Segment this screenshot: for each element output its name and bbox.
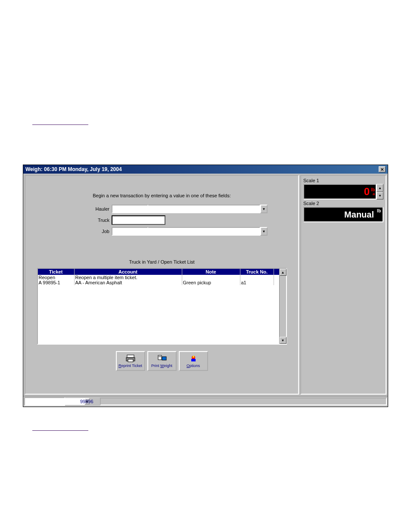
main-panel: Begin a new transaction by entering a va… (25, 175, 299, 395)
svg-rect-4 (162, 357, 166, 360)
hauler-label: Hauler (86, 206, 109, 212)
status-number: 99896 (80, 399, 93, 404)
scroll-up-button[interactable]: ▲ (280, 269, 286, 276)
reprint-ticket-button[interactable]: Reprint Ticket (116, 351, 145, 371)
column-note[interactable]: Note (182, 269, 240, 275)
status-dropdown-input[interactable] (25, 398, 84, 405)
scale2-display: Manual lb (303, 207, 383, 222)
cell-note (182, 275, 240, 280)
table-row[interactable]: ReopenReopen a multiple item ticket. (38, 275, 286, 280)
scale2-unit: lb (377, 208, 381, 213)
job-desc-input[interactable] (148, 227, 260, 236)
status-dropdown[interactable]: ▼ (24, 397, 65, 406)
triangle-up-icon: ▲ (378, 186, 382, 190)
svg-rect-0 (127, 355, 134, 358)
print-weight-label: Print Weight (151, 364, 172, 368)
cell-note: Green pickup (182, 280, 240, 285)
scale1-value: 0 (364, 186, 370, 198)
hauler-desc-input[interactable] (148, 205, 260, 213)
scale2-value: Manual (344, 210, 374, 220)
svg-rect-2 (128, 359, 133, 362)
table-row[interactable]: A 99895-1AA - American AsphaltGreen pick… (38, 280, 286, 285)
svg-rect-3 (158, 355, 162, 360)
instruction-text: Begin a new transaction by entering a va… (30, 193, 294, 198)
triangle-down-icon: ▼ (378, 194, 382, 198)
job-code-input[interactable] (112, 227, 148, 236)
hauler-code-input[interactable] (112, 205, 148, 213)
ticket-list-title: Truck in Yard / Open Ticket List (30, 259, 294, 264)
scale1-label: Scale 1 (303, 178, 383, 183)
grid-header: Ticket Account Note Truck No. (38, 269, 286, 275)
column-truckno[interactable]: Truck No. (240, 269, 274, 275)
truck-input[interactable] (112, 215, 165, 225)
options-icon (188, 354, 199, 363)
hauler-dropdown-button[interactable]: ▼ (260, 205, 268, 213)
scale1-a-indicator: a (371, 192, 375, 196)
section-divider-top (32, 124, 88, 125)
cell-truckno (240, 275, 274, 280)
chevron-down-icon: ▼ (262, 207, 266, 211)
toolbar-buttons: Reprint Ticket Print Weight (30, 351, 294, 371)
scale1-up-button[interactable]: ▲ (377, 184, 383, 192)
options-button[interactable]: Options (179, 351, 208, 371)
ticket-grid: Ticket Account Note Truck No. ReopenReop… (37, 268, 287, 345)
truck-label: Truck (86, 218, 109, 223)
cell-truckno: a1 (240, 280, 274, 285)
status-panel (100, 398, 387, 405)
scale2-label: Scale 2 (303, 201, 383, 206)
close-icon: ✕ (380, 167, 384, 172)
column-ticket[interactable]: Ticket (38, 269, 75, 275)
scale1-spinner[interactable]: ▲ ▼ (377, 184, 383, 199)
cell-ticket: Reopen (38, 275, 75, 280)
title-bar-text: Weigh: 06:30 PM Monday, July 19, 2004 (25, 166, 379, 172)
grid-scrollbar[interactable]: ▲ ▼ (279, 269, 286, 344)
scale1-down-button[interactable]: ▼ (377, 192, 383, 199)
scale1-display: 0 lb a (303, 184, 377, 199)
svg-rect-7 (191, 359, 196, 361)
triangle-up-icon: ▲ (281, 271, 285, 274)
scale-panel: Scale 1 0 lb a ▲ ▼ Scale 2 (300, 175, 386, 395)
options-label: Options (187, 364, 200, 368)
print-weight-button[interactable]: Print Weight (147, 351, 177, 371)
job-label: Job (86, 229, 109, 234)
chevron-down-icon: ▼ (262, 230, 266, 233)
section-divider-bottom (32, 430, 88, 431)
reprint-ticket-label: Reprint Ticket (118, 364, 142, 368)
triangle-down-icon: ▼ (281, 339, 285, 342)
cell-ticket: A 99895-1 (38, 280, 75, 285)
cell-account: Reopen a multiple item ticket. (75, 275, 182, 280)
close-button[interactable]: ✕ (379, 166, 386, 172)
title-bar: Weigh: 06:30 PM Monday, July 19, 2004 ✕ (23, 165, 388, 174)
cell-account: AA - American Asphalt (75, 280, 182, 285)
scale1-unit: lb (371, 188, 375, 192)
grid-body: ReopenReopen a multiple item ticket.A 99… (38, 275, 286, 344)
column-account[interactable]: Account (75, 269, 182, 275)
job-dropdown-button[interactable]: ▼ (260, 227, 268, 236)
scale-printer-icon (157, 354, 167, 363)
scroll-down-button[interactable]: ▼ (280, 337, 286, 344)
status-bar: ▼ 99896 (23, 396, 388, 407)
printer-icon (125, 354, 136, 363)
weigh-dialog: Weigh: 06:30 PM Monday, July 19, 2004 ✕ … (23, 165, 388, 407)
